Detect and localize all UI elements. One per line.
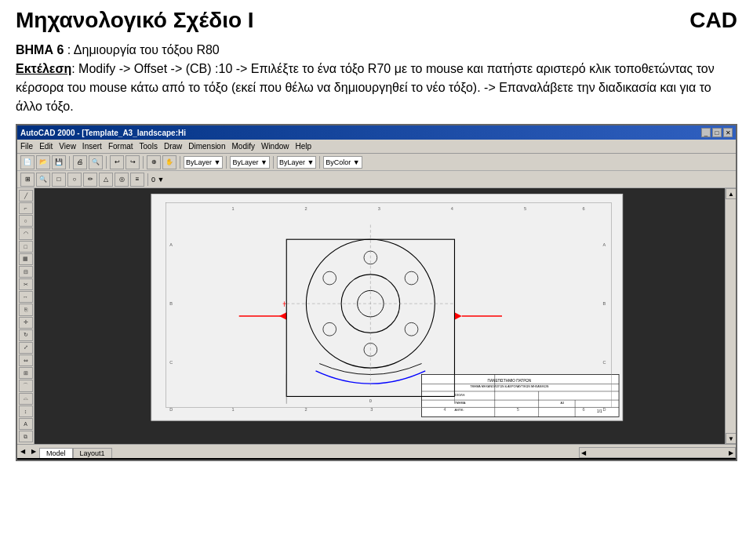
left-tool-text[interactable]: A [19, 418, 33, 430]
hscroll-right[interactable]: ▶ [727, 449, 735, 456]
hscroll-left[interactable]: ◀ [580, 449, 587, 456]
vertical-scrollbar[interactable]: ▲ ▼ [725, 188, 736, 444]
left-tool-copy[interactable]: ⎘ [19, 304, 33, 315]
minimize-button[interactable]: _ [701, 128, 711, 137]
linetype-dropdown[interactable]: ByLayer ▼ [277, 156, 316, 169]
svg-text:3: 3 [378, 206, 380, 211]
toolbar-row-1: 📄 📂 💾 🖨 🔍 ↩ ↪ ⊕ ✋ ByLayer ▼ ByLayer ▼ By… [17, 154, 736, 171]
content-area: ΒΗΜΑ 6 : Δημιουργία του τόξου R80 Εκτέλε… [0, 37, 753, 124]
left-tool-fillet[interactable]: ⌒ [19, 380, 33, 391]
close-button[interactable]: ✕ [723, 128, 733, 137]
menu-format[interactable]: Format [108, 142, 133, 151]
svg-text:ΤΜΗΜΑ:: ΤΜΗΜΑ: [454, 402, 466, 405]
tool-2[interactable]: 🔍 [36, 173, 50, 187]
sep1 [69, 156, 70, 169]
scroll-right-tab[interactable]: ▶ [28, 446, 39, 457]
sep6 [273, 156, 274, 169]
preview-button[interactable]: 🔍 [89, 155, 103, 169]
tool-4[interactable]: ○ [67, 173, 82, 187]
svg-text:A: A [169, 243, 173, 248]
left-tool-polyline[interactable]: ⌐ [19, 202, 33, 214]
menu-draw[interactable]: Draw [164, 142, 182, 151]
pan-button[interactable]: ✋ [162, 155, 176, 169]
redo-button[interactable]: ↪ [126, 155, 140, 169]
left-tool-offset[interactable]: ⊟ [19, 266, 33, 278]
menu-tools[interactable]: Tools [140, 142, 158, 151]
scroll-left-tab[interactable]: ◀ [17, 446, 28, 457]
tool-3[interactable]: □ [52, 173, 66, 187]
sep2 [106, 156, 107, 169]
maximize-button[interactable]: □ [712, 128, 722, 137]
open-button[interactable]: 📂 [36, 155, 50, 169]
horizontal-scrollbar[interactable]: ◀ ▶ [579, 447, 736, 458]
sep8 [147, 173, 148, 186]
scroll-down-button[interactable]: ▼ [726, 433, 736, 444]
left-tool-arc[interactable]: ◠ [19, 227, 33, 239]
left-tool-block[interactable]: ⧉ [19, 431, 33, 442]
left-tool-move[interactable]: ✛ [19, 317, 33, 329]
lineweight-dropdown[interactable]: ByColor ▼ [323, 156, 362, 169]
tool-6[interactable]: △ [99, 173, 113, 187]
svg-text:5: 5 [517, 407, 519, 412]
print-button[interactable]: 🖨 [73, 155, 87, 169]
svg-text:5: 5 [524, 206, 526, 211]
command-line-1: Command: *Cancel* [20, 460, 733, 461]
sep7 [319, 156, 320, 169]
color-dropdown[interactable]: ByLayer ▼ [230, 156, 269, 169]
left-tool-extend[interactable]: ↔ [19, 291, 33, 303]
sep4 [180, 156, 180, 169]
colon: : [64, 43, 73, 56]
tool-1[interactable]: ⊞ [20, 173, 35, 187]
scroll-track [726, 199, 736, 433]
svg-text:ΣΧΟΛΗ:: ΣΧΟΛΗ: [454, 394, 465, 397]
undo-button[interactable]: ↩ [110, 155, 124, 169]
sep5 [226, 156, 227, 169]
tool-8[interactable]: ≡ [130, 173, 144, 187]
menu-edit[interactable]: Edit [39, 142, 53, 151]
page-header: Μηχανολογικό Σχέδιο Ι CAD [0, 0, 753, 37]
layer-dropdown[interactable]: ByLayer ▼ [184, 156, 223, 169]
menu-file[interactable]: File [20, 142, 33, 151]
left-tool-rotate[interactable]: ↻ [19, 329, 33, 341]
left-tool-array[interactable]: ⊞ [19, 367, 33, 379]
menu-help[interactable]: Help [296, 142, 312, 151]
left-tool-mirror[interactable]: ⇔ [19, 355, 33, 366]
menu-bar: File Edit View Insert Format Tools Draw … [17, 140, 736, 154]
menu-dimension[interactable]: Dimension [188, 142, 225, 151]
new-button[interactable]: 📄 [20, 155, 35, 169]
svg-text:2: 2 [305, 407, 307, 412]
titlebar-buttons: _ □ ✕ [701, 128, 733, 137]
tab-model[interactable]: Model [39, 448, 73, 458]
menu-view[interactable]: View [59, 142, 76, 151]
menu-insert[interactable]: Insert [82, 142, 102, 151]
command-area: Command: *Cancel* Command: *Cancel* Comm… [17, 458, 736, 461]
svg-text:ΠΑΝΕΠΙΣΤΗΜΙΟ ΠΑΤΡΩΝ: ΠΑΝΕΠΙΣΤΗΜΙΟ ΠΑΤΡΩΝ [488, 379, 532, 383]
sep3 [143, 156, 144, 169]
tab-layout1[interactable]: Layout1 [73, 448, 112, 458]
left-tool-chamfer[interactable]: ⌓ [19, 393, 33, 405]
autocad-title: AutoCAD 2000 - [Template_A3_landscape:Hi [20, 129, 186, 137]
tool-5[interactable]: ✏ [83, 173, 97, 187]
left-tool-trim[interactable]: ✂ [19, 278, 33, 290]
menu-modify[interactable]: Modify [232, 142, 255, 151]
svg-text:A3: A3 [561, 402, 565, 405]
svg-text:6: 6 [582, 206, 584, 211]
autocad-window: AutoCAD 2000 - [Template_A3_landscape:Hi… [16, 124, 737, 461]
left-tool-circle[interactable]: ○ [19, 215, 33, 227]
tool-7[interactable]: ◎ [115, 173, 129, 187]
svg-text:6: 6 [582, 407, 584, 412]
left-tool-rect[interactable]: □ [19, 241, 33, 253]
left-tool-dim[interactable]: ↕ [19, 405, 33, 417]
left-tool-scale[interactable]: ⤢ [19, 342, 33, 354]
tab-bar: ◀ ▶ Model Layout1 ◀ ▶ [17, 444, 736, 458]
scroll-up-button[interactable]: ▲ [726, 188, 736, 199]
svg-text:0: 0 [369, 398, 372, 403]
svg-text:1: 1 [231, 407, 234, 412]
step-line: ΒΗΜΑ 6 : Δημιουργία του τόξου R80 [16, 41, 737, 60]
save-button[interactable]: 💾 [52, 155, 66, 169]
zoom-button[interactable]: ⊕ [147, 155, 161, 169]
page-title: Μηχανολογικό Σχέδιο Ι [16, 8, 254, 33]
left-tool-line[interactable]: ╱ [19, 190, 33, 202]
menu-window[interactable]: Window [261, 142, 289, 151]
left-tool-hatch[interactable]: ▦ [19, 253, 33, 265]
